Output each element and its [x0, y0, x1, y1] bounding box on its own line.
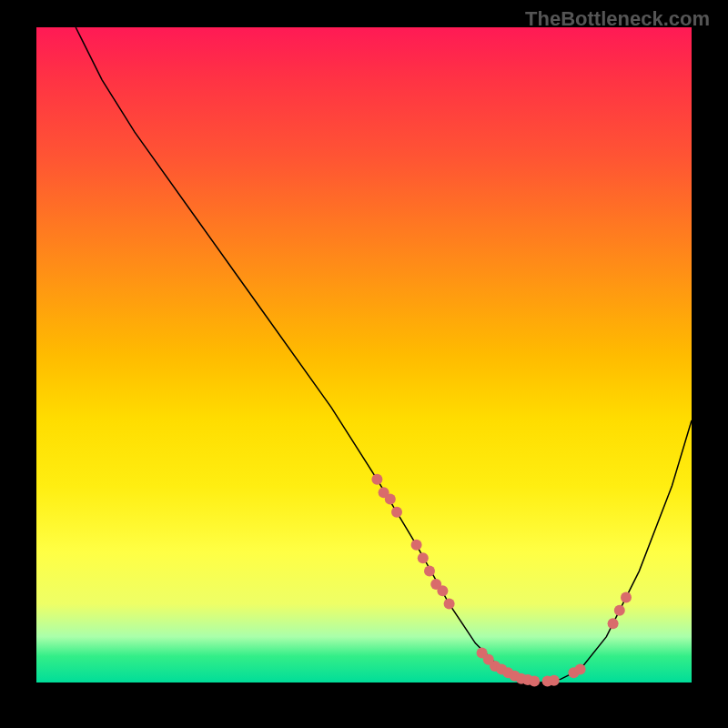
data-point	[437, 585, 448, 596]
data-point	[391, 507, 402, 518]
data-point	[575, 664, 586, 675]
bottleneck-curve	[76, 27, 692, 682]
data-point	[529, 676, 540, 687]
data-point	[411, 540, 422, 551]
data-point	[549, 675, 560, 686]
data-point	[444, 599, 455, 610]
data-point	[385, 493, 396, 504]
chart-svg	[0, 0, 728, 728]
data-point	[424, 566, 435, 577]
data-point	[608, 618, 619, 629]
data-point	[614, 605, 625, 616]
data-point	[621, 592, 632, 602]
data-point	[418, 552, 429, 563]
data-point	[371, 474, 382, 485]
chart-container: TheBottleneck.com	[0, 0, 728, 728]
watermark-text: TheBottleneck.com	[525, 7, 710, 31]
